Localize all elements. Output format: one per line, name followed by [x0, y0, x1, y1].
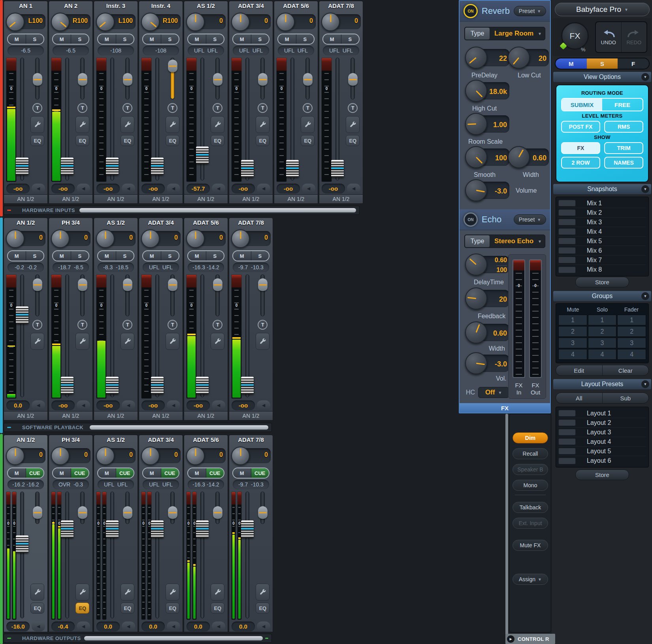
trim-slider-handle[interactable]: [78, 73, 87, 86]
channel-settings-button[interactable]: [166, 584, 179, 601]
h-scrollbar[interactable]: [90, 425, 268, 430]
redo-button[interactable]: REDO: [622, 22, 647, 52]
lowcut-knob[interactable]: [508, 47, 530, 69]
mute-button[interactable]: M: [53, 34, 71, 44]
trim-slider-handle[interactable]: [78, 278, 87, 291]
sub-button[interactable]: Sub: [603, 393, 649, 403]
smooth-knob[interactable]: [465, 146, 487, 168]
eq-button[interactable]: EQ: [121, 603, 134, 614]
eq-button[interactable]: EQ: [75, 603, 89, 614]
collapse-arrow-button[interactable]: ◀: [32, 184, 45, 193]
eq-button[interactable]: EQ: [256, 135, 269, 146]
fader-handle[interactable]: [241, 520, 254, 538]
channel-settings-button[interactable]: [121, 584, 134, 601]
layout-item[interactable]: Layout 3: [558, 428, 646, 437]
trim-slider-track[interactable]: [170, 274, 175, 316]
mute-button[interactable]: M: [188, 251, 206, 261]
pan-knob[interactable]: [6, 13, 24, 31]
group-cell[interactable]: 1: [558, 315, 587, 325]
undo-button[interactable]: UNDO: [596, 22, 622, 52]
group-cell[interactable]: 1: [617, 315, 646, 325]
view-options-header[interactable]: View Options ▼: [553, 72, 651, 82]
eq-button[interactable]: EQ: [256, 603, 269, 614]
fader-handle[interactable]: [106, 158, 119, 175]
trim-slider-track[interactable]: [215, 274, 220, 316]
reverb-preset-button[interactable]: Preset ▼: [514, 6, 546, 16]
assign-button[interactable]: Assign▼: [513, 574, 548, 585]
volume-knob[interactable]: [465, 179, 487, 201]
pan-knob[interactable]: [141, 229, 160, 248]
cue-button[interactable]: CUE: [26, 468, 44, 478]
control-room-scrollbar[interactable]: [505, 414, 508, 644]
pan-knob[interactable]: [186, 229, 205, 248]
trim-slider-handle[interactable]: [303, 73, 313, 86]
mute-button[interactable]: M: [98, 251, 116, 261]
ewidth-knob[interactable]: [465, 321, 487, 344]
fader-handle[interactable]: [61, 520, 73, 538]
h-scrollbar[interactable]: [79, 208, 356, 212]
solo-button[interactable]: S: [161, 251, 179, 261]
echo-on-button[interactable]: ON: [464, 212, 478, 227]
pan-knob[interactable]: [186, 13, 205, 31]
pan-knob[interactable]: [231, 13, 250, 31]
trim-slider-track[interactable]: [260, 492, 265, 524]
talkback-button[interactable]: Talkback: [513, 502, 548, 513]
trim-button[interactable]: TRIM: [604, 142, 643, 154]
cue-button[interactable]: CUE: [206, 468, 224, 478]
fader-handle[interactable]: [106, 377, 119, 394]
trim-slider-handle[interactable]: [168, 60, 177, 72]
fader-track[interactable]: [155, 492, 159, 618]
trim-slider-track[interactable]: [125, 58, 130, 100]
names-button[interactable]: NAMES: [604, 157, 643, 169]
collapse-arrow-button[interactable]: ◀: [167, 400, 180, 410]
mute-button[interactable]: M: [233, 251, 251, 261]
fader-handle[interactable]: [241, 377, 254, 394]
channel-strip[interactable]: AS 1/20MCUEUFL UFL00EQ0.0◀: [94, 435, 138, 632]
channel-settings-button[interactable]: [256, 333, 269, 350]
trim-slider-track[interactable]: [170, 58, 175, 100]
mute-button[interactable]: M: [53, 251, 71, 261]
channel-strip[interactable]: PH 3/40MS-18.7 -8.50T-oo◀AN 1/2: [49, 218, 93, 421]
layout-presets-header[interactable]: Layout Presets ▼: [553, 379, 651, 389]
channel-settings-button[interactable]: [301, 116, 315, 133]
control-room-footer[interactable]: ▶ CONTROL R: [505, 634, 555, 644]
fader-handle[interactable]: [106, 520, 119, 538]
eq-button[interactable]: EQ: [166, 603, 179, 614]
solo-button[interactable]: S: [116, 34, 134, 44]
channel-strip[interactable]: ADAT 7/80MCUE-9.7 -10.300EQ0.0◀: [229, 435, 273, 632]
layout-item[interactable]: Layout 4: [558, 437, 646, 447]
mute-fx-button[interactable]: Mute FX: [513, 540, 548, 551]
channel-settings-button[interactable]: [75, 116, 89, 133]
snapshot-item[interactable]: Mix 5: [558, 237, 646, 246]
section-handle[interactable]: [7, 638, 11, 639]
trim-slider-handle[interactable]: [168, 506, 177, 519]
pan-knob[interactable]: [96, 447, 115, 465]
channel-strip[interactable]: AN 2R100MS-6.50TEQ-oo◀AN 1/2: [49, 1, 93, 204]
device-selector[interactable]: Babyface Pro ▼: [555, 3, 650, 16]
trim-slider-track[interactable]: [35, 58, 40, 100]
fader-handle[interactable]: [61, 158, 73, 175]
solo-button[interactable]: S: [71, 251, 89, 261]
highcut-knob[interactable]: [465, 80, 487, 102]
group-cell[interactable]: 4: [558, 349, 587, 360]
layout-item[interactable]: Layout 1: [558, 409, 646, 418]
channel-settings-button[interactable]: [30, 116, 44, 133]
snapshot-store-button[interactable]: Store: [575, 277, 629, 287]
cue-button[interactable]: CUE: [71, 468, 89, 478]
snapshot-item[interactable]: Mix 6: [558, 246, 646, 255]
eq-button[interactable]: EQ: [166, 135, 179, 146]
collapse-button[interactable]: ▼: [641, 185, 649, 193]
collapse-arrow-button[interactable]: ◀: [167, 184, 180, 193]
trim-slider-handle[interactable]: [33, 506, 42, 519]
solo-master-button[interactable]: S: [587, 58, 618, 69]
eq-button[interactable]: EQ: [30, 603, 44, 614]
pan-knob[interactable]: [51, 447, 70, 465]
pan-knob[interactable]: [51, 13, 70, 31]
solo-button[interactable]: S: [251, 251, 269, 261]
trim-slider-handle[interactable]: [33, 73, 42, 86]
dim-button[interactable]: Dim: [513, 432, 548, 443]
mute-button[interactable]: M: [143, 251, 161, 261]
post-fx-button[interactable]: POST FX: [561, 121, 600, 133]
channel-strip[interactable]: ADAT 3/40MSUFL UFL0T-oo◀AN 1/2: [139, 218, 183, 421]
trim-gang-button[interactable]: T: [213, 320, 222, 330]
